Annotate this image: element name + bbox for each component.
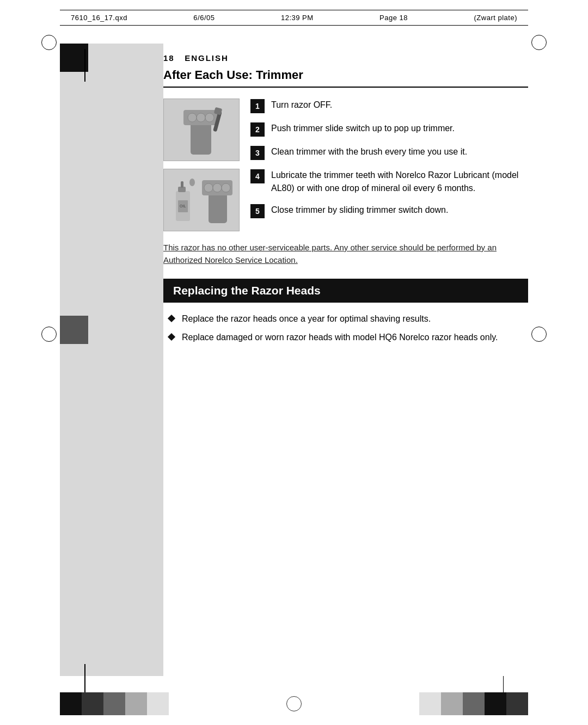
bullet-text-1: Replace the razor heads once a year for … (182, 312, 431, 325)
bullet-list: Replace the razor heads once a year for … (163, 312, 528, 344)
page-heading: 18 ENGLISH (163, 44, 528, 68)
color-blocks-right (419, 692, 528, 715)
svg-text:OIL: OIL (180, 204, 186, 208)
reg-circle-mid-right (531, 327, 547, 342)
section1-title: After Each Use: Trimmer (163, 68, 528, 88)
bullet-item-1: Replace the razor heads once a year for … (169, 312, 528, 325)
color-blocks-left (60, 692, 169, 715)
color-block-dkgray-1 (82, 692, 103, 715)
bullet-diamond-icon (168, 314, 175, 322)
page: 7610_16_17.qxd 6/6/05 12:39 PM Page 18 (… (0, 0, 588, 725)
step-4: 4 Lubricate the trimmer teeth with Norel… (250, 169, 528, 195)
color-block-black-1 (60, 692, 82, 715)
trimmer-svg (166, 100, 237, 160)
svg-point-15 (204, 183, 213, 192)
header-filename: 7610_16_17.qxd (71, 14, 127, 22)
color-block-dkgray-2 (506, 692, 528, 715)
svg-rect-11 (181, 181, 183, 188)
step-2-text: Push trimmer slide switch up to pop up t… (271, 122, 455, 135)
reg-circle-mid-left (41, 327, 57, 342)
step-5: 5 Close trimmer by sliding trimmer switc… (250, 204, 528, 218)
bullet-diamond-icon-2 (168, 333, 175, 340)
step-1-text: Turn razor OFF. (271, 99, 332, 112)
bottom-reg-circle (286, 696, 302, 711)
color-block-black-2 (485, 692, 506, 715)
svg-point-12 (189, 179, 195, 186)
trimmer-image (163, 99, 240, 161)
step-2-num: 2 (250, 122, 265, 137)
color-block-ltgray-1 (125, 692, 147, 715)
bullet-item-2: Replace damaged or worn razor heads with… (169, 331, 528, 344)
step-3-text: Clean trimmer with the brush every time … (271, 145, 467, 158)
registration-mark-black-mid (60, 316, 88, 344)
step-1-num: 1 (250, 99, 265, 113)
color-block-mdgray-1 (103, 692, 125, 715)
color-block-white-1 (147, 692, 169, 715)
oil-svg: OIL (166, 170, 237, 230)
bullet-text-2: Replace damaged or worn razor heads with… (182, 331, 498, 344)
header-page: Page 18 (379, 14, 408, 22)
header-date: 6/6/05 (193, 14, 215, 22)
svg-point-3 (197, 113, 205, 122)
color-block-white-2 (419, 692, 441, 715)
svg-rect-13 (209, 193, 227, 223)
page-number: 18 (163, 53, 175, 63)
color-block-ltgray-2 (441, 692, 463, 715)
svg-point-2 (188, 113, 197, 122)
color-block-mdgray-2 (463, 692, 485, 715)
bottom-center-reg (169, 696, 419, 711)
step-4-text: Lubricate the trimmer teeth with Norelco… (271, 169, 528, 195)
sidebar-line-top (84, 49, 85, 82)
step-1: 1 Turn razor OFF. (250, 99, 528, 113)
bottom-color-bar (60, 692, 528, 715)
section-label: ENGLISH (185, 53, 229, 63)
reg-circle-top-right (531, 35, 547, 50)
header-colorplate: (Zwart plate) (474, 14, 517, 22)
left-sidebar (60, 44, 163, 676)
service-notice: This razor has no other user-serviceable… (163, 241, 528, 267)
steps-area: OIL (163, 99, 528, 231)
step-4-num: 4 (250, 169, 265, 183)
oil-image: OIL (163, 169, 240, 231)
svg-rect-0 (191, 122, 211, 155)
main-content: 18 ENGLISH After Each Use: Trimmer (163, 44, 528, 676)
reg-circle-top-left (41, 35, 57, 50)
svg-point-16 (213, 183, 222, 192)
step-5-text: Close trimmer by sliding trimmer switch … (271, 204, 448, 217)
header-time: 12:39 PM (281, 14, 314, 22)
sidebar-line-bottom (84, 664, 85, 697)
page-header: 7610_16_17.qxd 6/6/05 12:39 PM Page 18 (… (60, 10, 528, 26)
steps-list: 1 Turn razor OFF. 2 Push trimmer slide s… (250, 99, 528, 231)
svg-point-4 (205, 113, 214, 122)
step-2: 2 Push trimmer slide switch up to pop up… (250, 122, 528, 137)
step-5-num: 5 (250, 204, 265, 218)
step-3: 3 Clean trimmer with the brush every tim… (250, 145, 528, 160)
step-3-num: 3 (250, 146, 265, 160)
svg-point-17 (222, 183, 230, 192)
images-column: OIL (163, 99, 240, 231)
section2-title: Replacing the Razor Heads (163, 279, 528, 303)
